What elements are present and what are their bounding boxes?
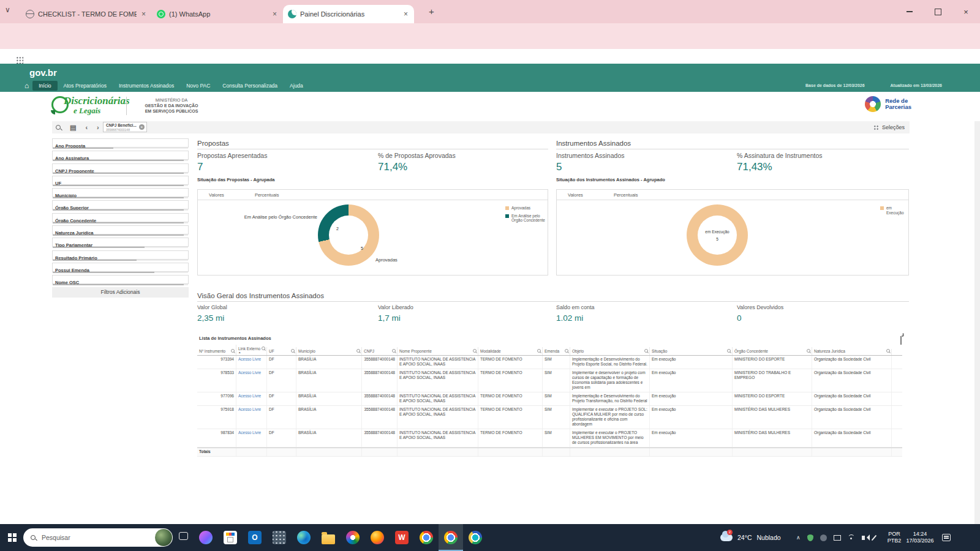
cell-link[interactable]: Acesso Livre	[236, 406, 266, 429]
tab-percentuais[interactable]: Percentuais	[255, 192, 279, 198]
browser-tab-1-whatsapp[interactable]: (1) WhatsApp×	[152, 5, 283, 23]
taskbar-app-edge[interactable]	[292, 524, 316, 551]
onedrive-icon[interactable]	[820, 534, 827, 541]
filter-uf[interactable]: UF	[52, 176, 189, 185]
column-search-icon[interactable]	[356, 349, 360, 353]
start-button[interactable]	[8, 533, 17, 542]
tab-percentuais[interactable]: Percentuais	[614, 192, 638, 198]
column-search-icon[interactable]	[565, 349, 568, 353]
tab-search-icon[interactable]: ∨	[5, 6, 10, 14]
column-header-objeto[interactable]: Objeto	[570, 347, 649, 355]
column-search-icon[interactable]	[644, 349, 648, 353]
propostas-donut-chart[interactable]	[318, 204, 379, 266]
nav-item-ajuda[interactable]: Ajuda	[284, 81, 309, 91]
taskbar-app-file-explorer[interactable]	[316, 524, 341, 551]
filter-orgao-superior[interactable]: Órgão Superior	[52, 200, 189, 209]
filter-natureza-juridica[interactable]: Natureza Jurídica	[52, 225, 189, 234]
cell-link[interactable]: Acesso Livre	[236, 369, 266, 392]
taskbar-app-calculator[interactable]	[267, 524, 292, 551]
tab-close-icon[interactable]: ×	[271, 10, 278, 18]
column-header-emenda[interactable]: Emenda	[542, 347, 570, 355]
taskbar-app-outlook[interactable]: O	[243, 524, 267, 551]
browser-tab-checklist-termo-de-fomei[interactable]: CHECKLIST - TERMO DE FOMEI×	[21, 5, 152, 23]
filter-municipio[interactable]: Município	[52, 188, 189, 197]
filter-ano-proposta[interactable]: Ano Proposta	[52, 138, 189, 148]
tab-valores[interactable]: Valores	[568, 192, 583, 198]
network-icon[interactable]	[848, 534, 855, 541]
column-header-uf[interactable]: UF	[266, 347, 296, 355]
filter-resultado-primario[interactable]: Resultado Primário	[52, 250, 189, 260]
selections-button[interactable]: Seleções	[873, 121, 905, 133]
close-button[interactable]: ×	[952, 0, 980, 23]
pen-icon[interactable]	[871, 534, 876, 541]
column-header-cnpj[interactable]: CNPJ	[361, 347, 397, 355]
tray-expand-icon[interactable]: ∧	[796, 534, 801, 541]
nav-item-consulta-personalizada[interactable]: Consulta Personalizada	[216, 81, 284, 91]
more-filters-button[interactable]: Filtros Adicionais	[52, 287, 189, 298]
step-forward-icon[interactable]: ›	[97, 124, 99, 130]
task-view-icon[interactable]	[179, 532, 188, 540]
column-header-situacao[interactable]: Situação	[649, 347, 732, 355]
nav-item-inicio[interactable]: Início	[32, 81, 57, 91]
taskbar-app-chrome[interactable]	[439, 524, 463, 551]
filter-orgao-concedente[interactable]: Órgão Concedente	[52, 213, 189, 222]
column-search-icon[interactable]	[727, 349, 731, 353]
page-scrollbar[interactable]	[974, 64, 980, 524]
cell-link[interactable]: Acesso Livre	[236, 392, 266, 405]
taskbar-app-chrome-beta[interactable]	[463, 524, 488, 551]
column-header-link-externo[interactable]: Link Externo▲	[236, 345, 266, 355]
selection-bookmark-icon[interactable]: ▤	[70, 124, 76, 130]
column-search-icon[interactable]	[392, 349, 396, 353]
minimize-button[interactable]	[895, 0, 924, 23]
language-indicator[interactable]: POR PTB2	[883, 531, 906, 544]
column-header-municipio[interactable]: Município	[296, 347, 361, 355]
nav-item-instrumentos-assinados[interactable]: Instrumentos Assinados	[113, 81, 180, 91]
taskbar-weather[interactable]: 2 24°C Nublado	[720, 524, 781, 551]
filter-ano-assinatura[interactable]: Ano Assinatura	[52, 151, 189, 160]
taskbar-app-firefox[interactable]	[365, 524, 390, 551]
volume-icon[interactable]	[862, 536, 865, 540]
tab-valores[interactable]: Valores	[209, 192, 224, 198]
column-header-natureza-juridica[interactable]: Natureza Jurídica	[812, 347, 891, 355]
taskbar-app-store[interactable]	[218, 524, 243, 551]
taskbar-app-word[interactable]: W	[390, 524, 414, 551]
maximize-button[interactable]	[924, 0, 952, 23]
filter-tipo-parlamentar[interactable]: Tipo Parlamentar	[52, 238, 189, 247]
home-icon[interactable]: ⌂	[24, 81, 29, 90]
chip-clear-icon[interactable]: ×	[139, 124, 145, 130]
cell-link[interactable]: Acesso Livre	[236, 356, 266, 369]
step-back-icon[interactable]: ‹	[85, 124, 88, 130]
filter-cnpj-proponente[interactable]: CNPJ Proponente	[52, 163, 189, 173]
tab-close-icon[interactable]: ×	[402, 10, 409, 18]
column-header-n-instrumento[interactable]: Nº Instrumento	[197, 347, 236, 355]
nav-item-atos-preparatorios[interactable]: Atos Preparatórios	[58, 81, 113, 91]
column-header-modalidade[interactable]: Modalidade	[478, 347, 542, 355]
browser-tab-painel-discricionarias[interactable]: Painel Discricionárias×	[283, 5, 414, 23]
taskbar-app-copilot[interactable]	[194, 524, 218, 551]
nav-item-novo-pac[interactable]: Novo PAC	[180, 81, 216, 91]
tab-close-icon[interactable]: ×	[140, 10, 147, 18]
selection-search-icon[interactable]	[56, 125, 61, 130]
cell-link[interactable]: Acesso Livre	[236, 429, 266, 447]
display-icon[interactable]	[834, 535, 841, 541]
column-search-icon[interactable]	[807, 349, 810, 353]
apps-grid-icon[interactable]	[16, 56, 23, 64]
filter-nome-osc[interactable]: Nome OSC	[52, 275, 189, 284]
defender-icon[interactable]	[807, 534, 813, 541]
taskbar-app-chrome[interactable]	[414, 524, 439, 551]
column-search-icon[interactable]	[262, 347, 265, 350]
column-search-icon[interactable]	[473, 349, 477, 353]
column-search-icon[interactable]	[537, 349, 541, 353]
new-tab-button[interactable]: +	[429, 6, 434, 17]
column-search-icon[interactable]	[231, 349, 235, 353]
selection-chip[interactable]: CNPJ Benefici... 35588874000148 ×	[103, 122, 147, 132]
taskbar-app-photos[interactable]	[341, 524, 365, 551]
column-search-icon[interactable]	[291, 349, 295, 353]
column-header-orgao-concedente[interactable]: Órgão Concedente	[732, 347, 812, 355]
filter-possui-emenda[interactable]: Possui Emenda	[52, 263, 189, 272]
search-highlight-image[interactable]	[155, 529, 172, 546]
taskbar-clock[interactable]: 14:24 17/03/2026	[905, 531, 935, 544]
notification-center-icon[interactable]	[942, 534, 951, 541]
column-header-nome-proponente[interactable]: Nome Proponente	[397, 347, 478, 355]
column-search-icon[interactable]	[886, 349, 890, 353]
